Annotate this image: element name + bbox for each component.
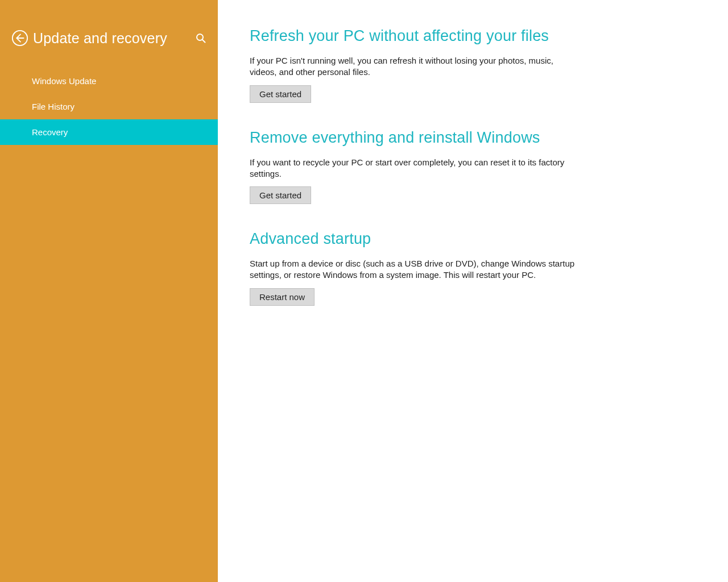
section-description: If you want to recycle your PC or start … — [250, 157, 580, 180]
back-arrow-icon — [11, 30, 28, 47]
restart-now-button[interactable]: Restart now — [250, 288, 315, 306]
main-content: Refresh your PC without affecting your f… — [218, 0, 728, 582]
reinstall-get-started-button[interactable]: Get started — [250, 186, 311, 204]
back-button[interactable] — [11, 30, 28, 47]
sidebar-item-label: Windows Update — [32, 76, 96, 86]
section-refresh-pc: Refresh your PC without affecting your f… — [250, 27, 696, 103]
sidebar-item-recovery[interactable]: Recovery — [0, 119, 218, 145]
search-icon — [195, 32, 206, 44]
sidebar-header: Update and recovery — [0, 0, 218, 64]
page-title: Update and recovery — [33, 30, 191, 47]
section-heading: Refresh your PC without affecting your f… — [250, 27, 696, 45]
sidebar-nav: Windows Update File History Recovery — [0, 68, 218, 145]
sidebar-item-file-history[interactable]: File History — [0, 94, 218, 119]
section-advanced-startup: Advanced startup Start up from a device … — [250, 230, 696, 306]
sidebar-item-label: File History — [32, 102, 75, 111]
sidebar-item-windows-update[interactable]: Windows Update — [0, 68, 218, 94]
sidebar-item-label: Recovery — [32, 127, 68, 137]
section-description: If your PC isn't running well, you can r… — [250, 55, 580, 78]
section-description: Start up from a device or disc (such as … — [250, 258, 580, 281]
search-button[interactable] — [195, 32, 206, 44]
section-remove-everything: Remove everything and reinstall Windows … — [250, 129, 696, 205]
sidebar: Update and recovery Windows Update File … — [0, 0, 218, 582]
section-heading: Remove everything and reinstall Windows — [250, 129, 696, 147]
svg-line-3 — [202, 40, 205, 43]
section-heading: Advanced startup — [250, 230, 696, 248]
refresh-get-started-button[interactable]: Get started — [250, 85, 311, 103]
